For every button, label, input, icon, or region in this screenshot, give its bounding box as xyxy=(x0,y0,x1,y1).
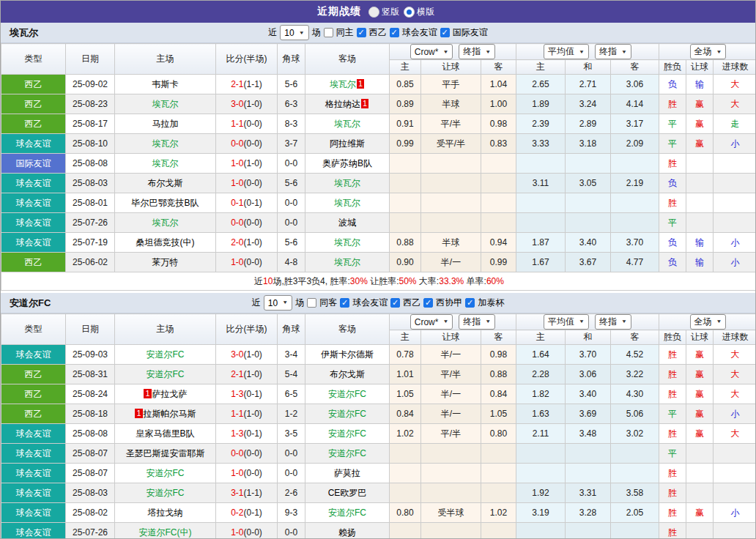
bookmaker-select[interactable]: Crow*▼ xyxy=(410,44,453,59)
score-cell: 1-0(0-0) xyxy=(216,523,278,539)
odds-crow-away: 1.04 xyxy=(481,75,516,94)
league-filter-checkbox[interactable]: ✓ xyxy=(465,298,475,308)
sub-col-handicap-result: 让球 xyxy=(686,60,714,75)
table-row: 球会友谊25-07-19桑坦德竞技(中)2-0(1-0)5-6埃瓦尔0.88半球… xyxy=(1,233,756,253)
result-handicap: 赢 xyxy=(686,345,714,365)
result-winlose: 胜 xyxy=(659,464,686,483)
chevron-down-icon: ▼ xyxy=(621,49,627,54)
sub-col-avg-draw: 和 xyxy=(566,330,611,345)
league-filter-checkbox[interactable]: ✓ xyxy=(390,298,400,308)
odds-handicap-line xyxy=(421,444,481,464)
odds-stage-select-2[interactable]: 终指▼ xyxy=(595,44,631,59)
table-row: 球会友谊25-07-26安道尔FC(中)1-0(0-0)0-0赖扬胜 xyxy=(1,523,756,539)
result-goals xyxy=(714,174,756,193)
full-time-score: 3-0 xyxy=(231,99,243,109)
filter-matches-label: 场 xyxy=(312,26,321,39)
odds-avg-draw: 3.69 xyxy=(566,404,611,424)
odds-stage-select-2[interactable]: 终指▼ xyxy=(595,314,631,330)
score-cell: 1-0(0-0) xyxy=(216,464,278,483)
league-filter-checkbox[interactable]: ✓ xyxy=(357,28,366,37)
odds-crow-away xyxy=(481,174,516,193)
odds-avg-home: 2.11 xyxy=(516,424,566,444)
league-filter-checkbox[interactable]: ✓ xyxy=(423,298,433,308)
odds-crow-away: 0.98 xyxy=(481,345,516,365)
odds-handicap-line xyxy=(421,174,481,193)
odds-crow-away: 0.84 xyxy=(481,384,516,404)
match-date: 25-08-24 xyxy=(66,384,115,404)
radio-horizontal-layout[interactable] xyxy=(404,7,415,18)
league-type-badge: 国际友谊 xyxy=(1,154,66,174)
corner-count: 6-3 xyxy=(278,94,305,114)
odds-crow-away: 0.94 xyxy=(481,233,516,253)
score-cell: 1-3(0-1) xyxy=(216,424,278,444)
home-team-cell: 安道尔FC xyxy=(115,483,216,503)
summary-segment: 场,胜3平3负4, 胜率: xyxy=(273,276,349,286)
score-cell: 2-0(1-0) xyxy=(216,233,278,253)
radio-vertical-layout[interactable] xyxy=(368,7,379,18)
away-team-name: CE欧罗巴 xyxy=(328,488,367,498)
filter-matches-label: 场 xyxy=(295,297,304,309)
result-goals xyxy=(714,193,756,213)
match-scope-select[interactable]: 全场▼ xyxy=(690,314,727,330)
sub-col-avg-draw: 和 xyxy=(566,60,611,75)
result-handicap: 赢 xyxy=(686,424,714,444)
result-handicap: 输 xyxy=(686,233,714,253)
away-team-cell: 埃瓦尔 xyxy=(305,174,390,193)
league-filter-checkbox[interactable]: ✓ xyxy=(390,28,399,37)
chevron-down-icon: ▼ xyxy=(442,319,448,324)
match-date: 25-08-03 xyxy=(66,483,115,503)
odds-avg-home: 1.63 xyxy=(516,404,566,424)
average-select[interactable]: 平均值▼ xyxy=(544,44,589,59)
bookmaker-select[interactable]: Crow*▼ xyxy=(410,314,453,330)
away-team-name: 奥萨苏纳B队 xyxy=(322,158,372,168)
score-cell: 1-1(1-0) xyxy=(216,404,278,424)
league-filter-checkbox[interactable]: ✓ xyxy=(440,28,450,37)
match-scope-select[interactable]: 全场▼ xyxy=(690,44,727,59)
match-count-select[interactable]: 10▼ xyxy=(280,25,308,40)
match-count-value: 10 xyxy=(268,298,278,308)
result-handicap xyxy=(686,213,714,233)
result-winlose: 胜 xyxy=(659,424,686,444)
odds-stage-select[interactable]: 终指▼ xyxy=(459,314,495,330)
league-type-badge: 西乙 xyxy=(1,365,66,384)
league-type-badge: 球会友谊 xyxy=(1,424,66,444)
league-type-badge: 球会友谊 xyxy=(1,464,66,483)
red-card-badge: 1 xyxy=(144,389,151,398)
half-time-score: (1-0) xyxy=(244,99,262,109)
home-team-cell: 埃瓦尔 xyxy=(115,213,216,233)
col-score: 比分(半场) xyxy=(216,314,278,345)
full-time-score: 1-3 xyxy=(231,389,243,399)
col-date: 日期 xyxy=(66,44,115,75)
odds-avg-draw: 3.06 xyxy=(566,365,611,384)
result-winlose: 负 xyxy=(659,233,686,253)
league-type-badge: 球会友谊 xyxy=(1,193,66,213)
odds-handicap-line: 受平/半 xyxy=(421,134,481,154)
result-winlose: 胜 xyxy=(659,523,686,539)
league-filter-checkbox[interactable]: ✓ xyxy=(340,298,349,308)
red-card-badge: 1 xyxy=(135,409,142,418)
away-team-cell: 安道尔FC xyxy=(305,503,390,523)
away-team-name: 埃瓦尔 xyxy=(334,198,360,208)
league-type-badge: 球会友谊 xyxy=(1,134,66,154)
summary-segment: 10 xyxy=(263,276,273,286)
sub-col-handicap-result: 让球 xyxy=(686,330,714,345)
sub-col-crow-away: 客 xyxy=(481,60,516,75)
half-time-score: (1-0) xyxy=(244,349,262,360)
same-venue-checkbox[interactable] xyxy=(307,298,316,308)
recent-results-panel: 近期战绩 竖版横版 埃瓦尔 近10▼场同主✓西乙✓球会友谊✓国际友谊 类型 日期… xyxy=(0,0,756,539)
table-row: 球会友谊25-08-08皇家马德里B队1-3(0-1)3-5安道尔FC1.02平… xyxy=(1,424,756,444)
league-type-badge: 球会友谊 xyxy=(1,523,66,539)
odds-stage-select[interactable]: 终指▼ xyxy=(459,44,495,59)
odds-crow-home xyxy=(390,523,421,539)
away-team-cell: 赖扬 xyxy=(305,523,390,539)
half-time-score: (0-1) xyxy=(244,389,262,399)
same-venue-checkbox[interactable] xyxy=(324,28,333,37)
average-select[interactable]: 平均值▼ xyxy=(544,314,589,330)
odds-crow-away xyxy=(481,193,516,213)
corner-count: 3-7 xyxy=(278,134,305,154)
table-row: 西乙25-08-181拉斯帕尔马斯1-1(1-0)1-2安道尔FC0.84半/一… xyxy=(1,404,756,424)
match-count-select[interactable]: 10▼ xyxy=(264,295,292,311)
home-team-name: 圣瑟巴斯提安雷耶斯 xyxy=(126,448,205,458)
away-team-cell: 安道尔FC xyxy=(305,404,390,424)
home-team-cell: 马拉加 xyxy=(115,114,216,134)
